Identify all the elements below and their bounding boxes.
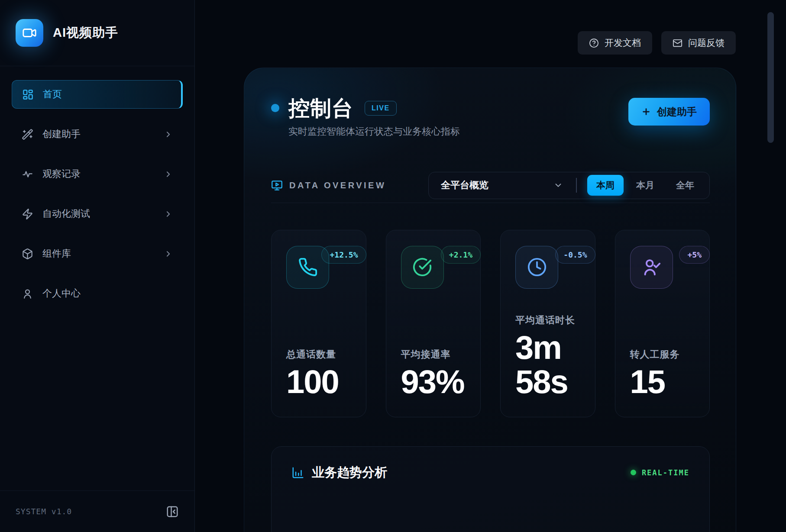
console-title-block: 控制台 LIVE 实时监控智能体运行状态与业务核心指标: [271, 97, 460, 138]
sidebar-header: AI视频助手: [0, 0, 194, 66]
stat-label: 平均接通率: [401, 348, 473, 361]
stats-grid: +12.5% 总通话数量 100 +2.1% 平均接通率 93% -0.5% 平…: [271, 230, 710, 417]
chevron-right-icon: [164, 130, 173, 139]
cube-icon: [22, 248, 33, 260]
app-logo: [16, 19, 43, 47]
user-check-icon: [641, 257, 661, 277]
sidebar-item-label: 首页: [43, 88, 62, 101]
status-dot: [271, 104, 279, 112]
tab-month[interactable]: 本月: [627, 175, 663, 196]
chevron-right-icon: [164, 249, 173, 258]
check-circle-icon: [412, 257, 432, 277]
stat-value: 15: [630, 364, 702, 399]
stat-delta-badge: +5%: [679, 246, 710, 264]
stat-value: 100: [286, 364, 358, 399]
chevron-right-icon: [164, 170, 173, 179]
data-overview-row: DATA OVERVIEW 全平台概览 本周 本月 全年: [271, 172, 710, 199]
console-header: 控制台 LIVE 实时监控智能体运行状态与业务核心指标 创建助手: [271, 97, 710, 138]
trend-title: 业务趋势分析: [312, 464, 387, 481]
realtime-label: REAL-TIME: [642, 468, 689, 477]
sidebar-item-component-library[interactable]: 组件库: [12, 239, 183, 268]
page-subtitle: 实时监控智能体运行状态与业务核心指标: [288, 125, 460, 138]
dashboard-icon: [22, 89, 34, 100]
plus-icon: [641, 107, 651, 116]
green-status-dot: [631, 470, 636, 475]
page-title: 控制台: [288, 97, 353, 120]
sidebar-item-observation-log[interactable]: 观察记录: [12, 160, 183, 188]
sidebar-item-label: 组件库: [42, 247, 71, 260]
scrollbar-thumb[interactable]: [767, 12, 774, 143]
collapse-sidebar-button[interactable]: [166, 505, 179, 518]
dev-docs-button[interactable]: 开发文档: [578, 31, 652, 55]
clock-icon: [527, 257, 547, 277]
topbar-button-label: 开发文档: [605, 37, 641, 49]
sidebar-item-personal-center[interactable]: 个人中心: [12, 279, 183, 308]
app-title: AI视频助手: [53, 24, 118, 42]
user-icon: [22, 288, 33, 300]
chevron-down-icon: [553, 181, 563, 190]
live-badge: LIVE: [365, 101, 397, 116]
wand-icon: [22, 129, 33, 140]
sidebar-item-label: 创建助手: [42, 128, 81, 141]
create-assistant-button[interactable]: 创建助手: [628, 98, 710, 126]
stat-icon-box: [630, 246, 673, 289]
sidebar-item-label: 观察记录: [42, 168, 81, 181]
stat-card: +2.1% 平均接通率 93%: [386, 230, 481, 417]
main-area: 开发文档 问题反馈 控制台 LIVE 实时监控智能体运行状态与业务核心指标 创建…: [195, 0, 786, 532]
section-title: DATA OVERVIEW: [289, 181, 386, 190]
feedback-button[interactable]: 问题反馈: [661, 31, 736, 55]
stat-value: 93%: [401, 364, 473, 399]
chevron-right-icon: [164, 210, 173, 219]
stat-label: 平均通话时长: [515, 314, 587, 327]
sidebar-item-label: 自动化测试: [42, 207, 90, 220]
stat-delta-badge: +2.1%: [441, 246, 481, 264]
trend-card: 业务趋势分析 REAL-TIME: [271, 446, 710, 532]
stat-delta-badge: +12.5%: [321, 246, 366, 264]
stat-value: 3m 58s: [515, 330, 587, 399]
stat-delta-badge: -0.5%: [555, 246, 595, 264]
video-camera-icon: [22, 26, 37, 40]
sidebar: AI视频助手 首页 创建助手 观察记录 自动化测试 组件库 个人中心 SYSTE…: [0, 0, 195, 532]
sidebar-nav: 首页 创建助手 观察记录 自动化测试 组件库 个人中心: [0, 66, 194, 319]
stat-card: +5% 转人工服务 15: [615, 230, 710, 417]
stat-icon-box: [515, 246, 558, 289]
tab-week[interactable]: 本周: [587, 175, 624, 196]
phone-icon: [298, 257, 318, 277]
help-circle-icon: [589, 38, 599, 48]
panel-left-close-icon: [166, 505, 179, 518]
platform-select[interactable]: 全平台概览: [441, 179, 563, 192]
divider: [576, 178, 577, 193]
stat-icon-box: [401, 246, 444, 289]
system-version: SYSTEM v1.0: [16, 507, 72, 516]
stat-label: 总通话数量: [286, 348, 358, 361]
sidebar-item-home[interactable]: 首页: [12, 80, 183, 109]
bar-chart-icon: [291, 466, 304, 479]
console-panel: 控制台 LIVE 实时监控智能体运行状态与业务核心指标 创建助手 DATA OV…: [244, 68, 736, 532]
topbar: 开发文档 问题反馈: [195, 31, 736, 55]
activity-icon: [22, 168, 33, 180]
sidebar-item-create-assistant[interactable]: 创建助手: [12, 120, 183, 148]
realtime-indicator: REAL-TIME: [631, 468, 689, 477]
mail-icon: [673, 38, 682, 48]
stat-label: 转人工服务: [630, 348, 702, 361]
sidebar-item-label: 个人中心: [42, 287, 81, 300]
overview-controls: 全平台概览 本周 本月 全年: [428, 172, 710, 199]
stat-card: -0.5% 平均通话时长 3m 58s: [500, 230, 595, 417]
stat-card: +12.5% 总通话数量 100: [271, 230, 366, 417]
time-range-tabs: 本周 本月 全年: [587, 175, 703, 196]
divider: [271, 203, 710, 203]
zap-icon: [22, 208, 33, 220]
topbar-button-label: 问题反馈: [688, 37, 725, 49]
monitor-play-icon: [271, 180, 283, 191]
tab-year[interactable]: 全年: [667, 175, 703, 196]
sidebar-item-automation-test[interactable]: 自动化测试: [12, 200, 183, 228]
sidebar-footer: SYSTEM v1.0: [0, 490, 194, 532]
